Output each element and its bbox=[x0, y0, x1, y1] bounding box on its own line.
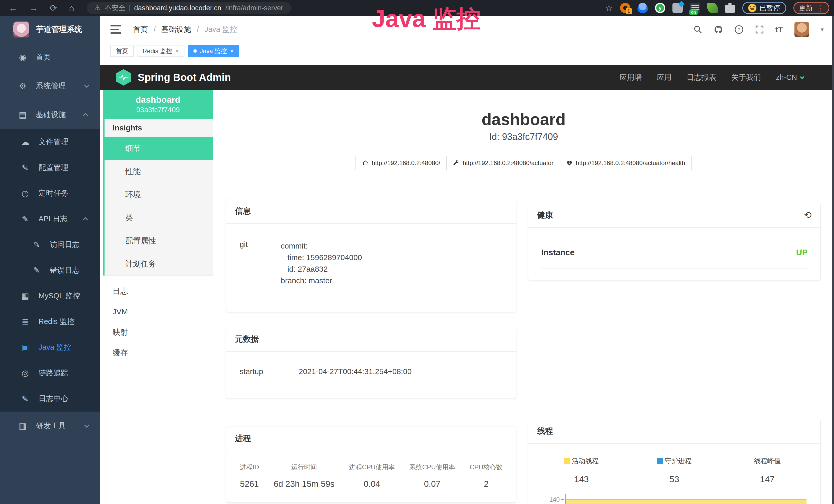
legend-label: 守护进程 bbox=[665, 457, 692, 465]
close-icon[interactable]: × bbox=[175, 47, 179, 55]
edit-icon: ✎ bbox=[20, 163, 31, 173]
metadata-card-body: startup 2021-04-27T00:44:31.254+08:00 bbox=[226, 352, 516, 398]
sidebar-logo-row[interactable]: 芋道管理系统 bbox=[0, 16, 100, 43]
sidebar-item-redis-monitor[interactable]: ≣ Redis 监控 bbox=[0, 309, 100, 335]
back-icon[interactable]: ← bbox=[9, 3, 18, 13]
history-icon[interactable]: ⟲ bbox=[804, 210, 812, 221]
sba-nav-about[interactable]: 关于我们 bbox=[731, 72, 761, 83]
browser-menu-icon[interactable]: ⋮ bbox=[816, 4, 824, 13]
extension-icon-tabs[interactable]: on bbox=[690, 3, 700, 13]
tab-home[interactable]: 首页 bbox=[110, 45, 134, 57]
home-icon[interactable]: ⌂ bbox=[69, 3, 74, 13]
service-url-button[interactable]: http://192.168.0.2:48080/ bbox=[355, 156, 447, 170]
instance-id: 93a3fc7f7409 bbox=[136, 106, 180, 114]
bookmark-star-icon[interactable]: ☆ bbox=[605, 3, 613, 13]
sidebar-item-tracing[interactable]: ◎ 链路追踪 bbox=[0, 360, 100, 386]
sidebar-item-infrastructure[interactable]: ▤ 基础设施 bbox=[0, 100, 100, 129]
actuator-url-button[interactable]: http://192.168.0.2:48080/actuator bbox=[447, 156, 560, 170]
header-tools: ? tT ▾ bbox=[693, 22, 824, 37]
tab-java-monitor[interactable]: Java 监控 × bbox=[188, 45, 239, 57]
user-avatar[interactable] bbox=[794, 22, 809, 37]
cloud-icon: ☁ bbox=[20, 137, 31, 147]
sidebar-item-config-mgmt[interactable]: ✎ 配置管理 bbox=[0, 155, 100, 181]
page-instance-id: Id: 93a3fc7f7409 bbox=[213, 132, 834, 142]
col-header: 进程ID bbox=[240, 463, 259, 472]
search-icon[interactable] bbox=[693, 25, 702, 34]
sba-item-classes[interactable]: 类 bbox=[103, 206, 213, 229]
sidebar-item-file-mgmt[interactable]: ☁ 文件管理 bbox=[0, 129, 100, 155]
process-col-pid: 进程ID 5261 bbox=[240, 463, 259, 489]
extension-icon-pin[interactable] bbox=[637, 3, 648, 13]
home-icon bbox=[362, 160, 369, 166]
col-value: 0.07 bbox=[410, 479, 455, 489]
sba-item-config-props[interactable]: 配置属性 bbox=[103, 229, 213, 252]
extension-icon-green[interactable]: y bbox=[655, 3, 665, 13]
sidebar-item-log-center[interactable]: ✎ 日志中心 bbox=[0, 386, 100, 412]
sidebar-item-error-logs[interactable]: ✎ 错误日志 bbox=[0, 257, 100, 283]
extensions-puzzle-icon[interactable] bbox=[725, 3, 735, 13]
sba-nav-wallboard[interactable]: 应用墙 bbox=[619, 72, 642, 83]
forward-icon[interactable]: → bbox=[29, 3, 38, 13]
instance-header[interactable]: dashboard 93a3fc7f7409 bbox=[103, 90, 213, 119]
address-bar[interactable]: ⚠ 不安全 dashboard.yudao.iocoder.cn/infra/a… bbox=[87, 2, 291, 14]
tab-redis-monitor[interactable]: Redis 监控 × bbox=[137, 45, 184, 57]
sba-root-items: 日志 JVM 映射 缓存 bbox=[103, 281, 213, 363]
fullscreen-icon[interactable] bbox=[755, 25, 764, 34]
sidebar-item-api-logs[interactable]: ✎ API 日志 bbox=[0, 206, 100, 232]
monitor-icon: ▤ bbox=[17, 110, 28, 120]
daemon-threads-swatch bbox=[657, 458, 663, 464]
health-url-button[interactable]: http://192.168.0.2:48080/actuator/health bbox=[560, 156, 692, 170]
chevron-down-icon bbox=[84, 422, 89, 428]
help-icon[interactable]: ? bbox=[734, 25, 744, 34]
extension-icon-leaf[interactable] bbox=[707, 3, 718, 13]
sba-item-scheduled-tasks[interactable]: 计划任务 bbox=[103, 252, 213, 275]
paused-badge[interactable]: 已暂停 bbox=[742, 2, 786, 14]
reload-icon[interactable]: ⟳ bbox=[50, 3, 57, 13]
instance-links: http://192.168.0.2:48080/ http://192.168… bbox=[213, 156, 834, 170]
close-icon[interactable]: × bbox=[230, 47, 234, 55]
sba-brand[interactable]: Spring Boot Admin bbox=[116, 69, 231, 86]
security-warning-icon[interactable]: ⚠ bbox=[94, 4, 101, 12]
sba-item-jvm[interactable]: JVM bbox=[103, 301, 213, 322]
sba-item-details[interactable]: 细节 bbox=[103, 137, 213, 160]
instance-health-row[interactable]: Instance UP bbox=[541, 248, 808, 269]
sidebar-item-scheduled-tasks[interactable]: ◷ 定时任务 bbox=[0, 181, 100, 206]
sba-item-logging[interactable]: 日志 bbox=[103, 281, 213, 301]
sba-item-environment[interactable]: 环境 bbox=[103, 183, 213, 206]
sidebar-item-java-monitor[interactable]: ▣ Java 监控 bbox=[0, 335, 100, 360]
breadcrumb-infrastructure[interactable]: 基础设施 bbox=[161, 24, 191, 35]
sba-language-select[interactable]: zh-CN bbox=[776, 73, 803, 82]
sidebar-item-label: Redis 监控 bbox=[39, 317, 74, 327]
instance-label: Instance bbox=[541, 248, 575, 257]
sba-nav-applications[interactable]: 应用 bbox=[657, 72, 672, 83]
sba-item-mappings[interactable]: 映射 bbox=[103, 322, 213, 343]
avatar-caret-icon[interactable]: ▾ bbox=[821, 26, 824, 33]
sba-nav-journal[interactable]: 日志报表 bbox=[686, 72, 716, 83]
sidebar-item-home[interactable]: ◉ 首页 bbox=[0, 43, 100, 72]
eye-icon: ◎ bbox=[20, 368, 31, 378]
font-size-icon[interactable]: tT bbox=[775, 25, 783, 35]
scrollbar-track[interactable] bbox=[832, 16, 834, 504]
legend-value: 143 bbox=[535, 474, 628, 484]
legend-live-threads: 活动线程 143 bbox=[535, 457, 628, 484]
sidebar-item-access-logs[interactable]: ✎ 访问日志 bbox=[0, 232, 100, 257]
legend-value: 53 bbox=[628, 474, 721, 484]
github-icon[interactable] bbox=[714, 25, 723, 34]
breadcrumb-home[interactable]: 首页 bbox=[133, 24, 148, 35]
sidebar-collapse-icon[interactable] bbox=[110, 25, 121, 34]
update-button[interactable]: 更新 ⋮ bbox=[793, 2, 829, 14]
process-card-body: 进程ID 5261 运行时间 6d 23h 15m 59s 进程CPU使用率 0… bbox=[226, 451, 516, 502]
log-icon: ✎ bbox=[31, 266, 42, 275]
extension-icon-grid[interactable] bbox=[673, 3, 683, 13]
sidebar-item-mysql-monitor[interactable]: ▦ MySQL 监控 bbox=[0, 283, 100, 309]
sba-item-metrics[interactable]: 性能 bbox=[103, 160, 213, 183]
sidebar-item-dev-tools[interactable]: ▥ 研发工具 bbox=[0, 412, 100, 440]
breadcrumb-current: Java 监控 bbox=[204, 24, 237, 35]
sba-item-caches[interactable]: 缓存 bbox=[103, 343, 213, 363]
instance-name: dashboard bbox=[136, 95, 180, 105]
threads-chart: 140 120 100 bbox=[535, 494, 814, 504]
extension-icon-orange[interactable]: 1 bbox=[620, 3, 630, 13]
browser-extensions-area: ☆ 1 y on 已暂停 更新 ⋮ bbox=[605, 2, 829, 14]
java-monitor-icon: ▣ bbox=[20, 343, 31, 352]
sidebar-item-system-mgmt[interactable]: ⚙ 系统管理 bbox=[0, 72, 100, 100]
